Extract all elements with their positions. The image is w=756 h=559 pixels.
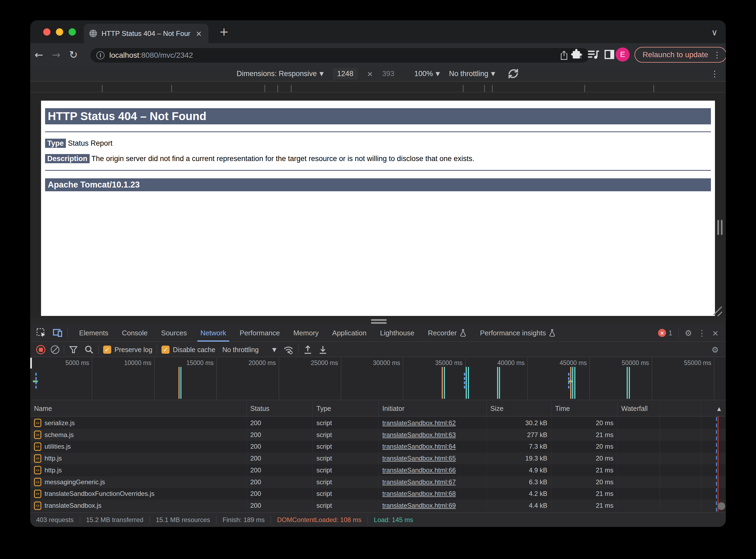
disable-cache-checkbox[interactable]: ✓ Disable cache — [161, 345, 215, 354]
browser-menu-dots-icon[interactable]: ⋮ — [713, 50, 721, 60]
record-network-log-button[interactable] — [36, 345, 45, 354]
devtools-tab-application[interactable]: Application — [325, 324, 373, 341]
playlist-icon[interactable] — [587, 49, 599, 61]
network-throttling-select[interactable]: No throttling ▼ — [222, 346, 276, 354]
initiator-link[interactable]: translateSandbox.html:62 — [382, 419, 456, 427]
new-tab-button[interactable]: + — [219, 26, 229, 38]
export-har-icon[interactable] — [318, 345, 328, 355]
table-row[interactable]: ‹›utilities.js200scripttranslateSandbox.… — [30, 441, 726, 453]
initiator-link[interactable]: translateSandbox.html:65 — [382, 454, 456, 462]
close-window-button[interactable] — [43, 28, 50, 36]
overview-grabber[interactable] — [30, 358, 32, 368]
column-header-waterfall[interactable]: Waterfall▲ — [618, 401, 726, 416]
url-text[interactable]: localhost:8080/mvc/2342 — [109, 51, 553, 60]
devtools-tab-sources[interactable]: Sources — [154, 324, 194, 341]
tab-close-icon[interactable]: × — [194, 29, 203, 38]
clear-network-log-button[interactable] — [51, 345, 59, 354]
request-name: translateSandbox.js — [45, 502, 102, 509]
scrollbar-thumb[interactable] — [718, 502, 725, 510]
column-header-size[interactable]: Size — [487, 401, 551, 416]
address-bar[interactable]: i localhost:8080/mvc/2342 ☆ — [90, 48, 589, 63]
side-panel-icon[interactable] — [604, 49, 615, 60]
timeline-event-line — [442, 367, 443, 399]
extensions-puzzle-icon[interactable] — [570, 49, 582, 61]
devtools-tab-performance-insights[interactable]: Performance insights — [473, 324, 562, 341]
devtools-close-icon[interactable]: × — [712, 328, 719, 338]
devtools-tab-lighthouse[interactable]: Lighthouse — [373, 324, 421, 341]
table-row[interactable]: ‹›serialize.js200scripttranslateSandbox.… — [30, 417, 726, 429]
devtools-settings-gear-icon[interactable]: ⚙ — [685, 328, 692, 338]
minimize-window-button[interactable] — [56, 28, 63, 36]
column-header-time[interactable]: Time — [551, 401, 618, 416]
devtools-tab-recorder[interactable]: Recorder — [421, 324, 473, 341]
timeline-request-dash — [464, 386, 465, 388]
request-name: utilities.js — [45, 443, 71, 450]
table-row[interactable]: ‹›translateSandboxFunctionOverrides.js20… — [30, 488, 726, 500]
column-header-initiator[interactable]: Initiator — [379, 401, 487, 416]
ruler-tick — [584, 85, 585, 92]
filter-funnel-icon[interactable] — [69, 345, 78, 354]
search-icon[interactable] — [84, 345, 94, 355]
viewport-height-input[interactable]: 393 — [382, 70, 394, 78]
server-version: Apache Tomcat/10.1.23 — [45, 178, 711, 191]
devtools-menu-dots-icon[interactable]: ⋮ — [698, 328, 706, 338]
devtools-tab-performance[interactable]: Performance — [233, 324, 287, 341]
forward-button[interactable]: → — [47, 49, 65, 61]
network-throttling-value: No throttling — [222, 346, 259, 354]
back-button[interactable]: ← — [30, 49, 47, 61]
cell-name: ‹›http.js — [30, 452, 246, 464]
initiator-link[interactable]: translateSandbox.html:66 — [382, 467, 456, 474]
viewport-corner-resize-handle[interactable] — [712, 306, 724, 317]
device-toolbar-menu-dots-icon[interactable]: ⋮ — [711, 69, 719, 79]
inspect-element-icon[interactable] — [36, 328, 46, 338]
site-info-icon[interactable]: i — [96, 51, 105, 59]
relaunch-to-update-button[interactable]: Relaunch to update ⋮ — [634, 47, 726, 63]
device-throttling-select[interactable]: No throttling ▼ — [449, 70, 495, 78]
initiator-link[interactable]: translateSandbox.html:64 — [382, 443, 456, 450]
column-header-name[interactable]: Name — [30, 401, 246, 416]
column-header-type[interactable]: Type — [313, 401, 379, 416]
status-bar-item: 15.2 MB transferred — [80, 516, 150, 524]
devtools-resize-divider[interactable] — [30, 318, 726, 324]
import-har-icon[interactable] — [303, 345, 313, 355]
chevron-down-icon[interactable]: ∨ — [711, 27, 718, 38]
initiator-link[interactable]: translateSandbox.html:69 — [382, 502, 456, 509]
description-value: The origin server did not find a current… — [91, 155, 474, 163]
table-row[interactable]: ‹›messagingGeneric.js200scripttranslateS… — [30, 476, 726, 488]
zoom-select[interactable]: 100% ▼ — [414, 70, 439, 78]
viewport-resize-handle[interactable] — [717, 220, 722, 235]
initiator-link[interactable]: translateSandbox.html:67 — [382, 478, 456, 486]
profile-avatar[interactable]: E — [615, 47, 630, 62]
share-icon[interactable] — [560, 50, 568, 60]
initiator-link[interactable]: translateSandbox.html:68 — [382, 490, 456, 497]
devtools-tab-memory[interactable]: Memory — [286, 324, 325, 341]
devtools-tab-network[interactable]: Network — [194, 324, 233, 341]
network-toolbar: ✓ Preserve log ✓ Disable cache No thrott… — [30, 343, 726, 357]
column-header-status[interactable]: Status — [246, 401, 313, 416]
disable-cache-label: Disable cache — [173, 346, 215, 354]
reload-button[interactable]: ↻ — [65, 49, 82, 61]
script-file-icon: ‹› — [34, 501, 41, 510]
viewport-width-input[interactable]: 1248 — [333, 68, 358, 80]
table-row[interactable]: ‹›http.js200scripttranslateSandbox.html:… — [30, 464, 726, 476]
table-row[interactable]: ‹›translateSandbox.js200scripttranslateS… — [30, 500, 726, 512]
initiator-link[interactable]: translateSandbox.html:63 — [382, 431, 456, 439]
dimensions-select[interactable]: Dimensions: Responsive ▼ — [237, 70, 324, 78]
preserve-log-checkbox[interactable]: ✓ Preserve log — [103, 345, 152, 354]
sort-ascending-icon[interactable]: ▲ — [717, 406, 721, 411]
table-row[interactable]: ‹›schema.js200scripttranslateSandbox.htm… — [30, 429, 726, 441]
devtools-tab-elements[interactable]: Elements — [72, 324, 115, 341]
network-overview[interactable]: 5000 ms10000 ms15000 ms20000 ms25000 ms3… — [30, 358, 726, 400]
network-settings-gear-icon[interactable]: ⚙ — [711, 345, 726, 355]
devtools-tab-console[interactable]: Console — [115, 324, 154, 341]
zoom-window-button[interactable] — [69, 28, 76, 36]
error-badge[interactable]: × 1 — [658, 329, 672, 337]
table-row[interactable]: ‹›http.js200scripttranslateSandbox.html:… — [30, 452, 726, 464]
toggle-device-toolbar-icon[interactable] — [52, 328, 63, 338]
network-conditions-icon[interactable] — [283, 345, 294, 355]
cell-size: 19.3 kB — [487, 452, 551, 464]
device-viewport: HTTP Status 404 – Not Found Type Status … — [30, 93, 726, 318]
rotate-viewport-icon[interactable] — [507, 67, 519, 80]
browser-tab[interactable]: HTTP Status 404 – Not Found × — [84, 24, 209, 43]
timeline-event-line — [444, 367, 445, 399]
